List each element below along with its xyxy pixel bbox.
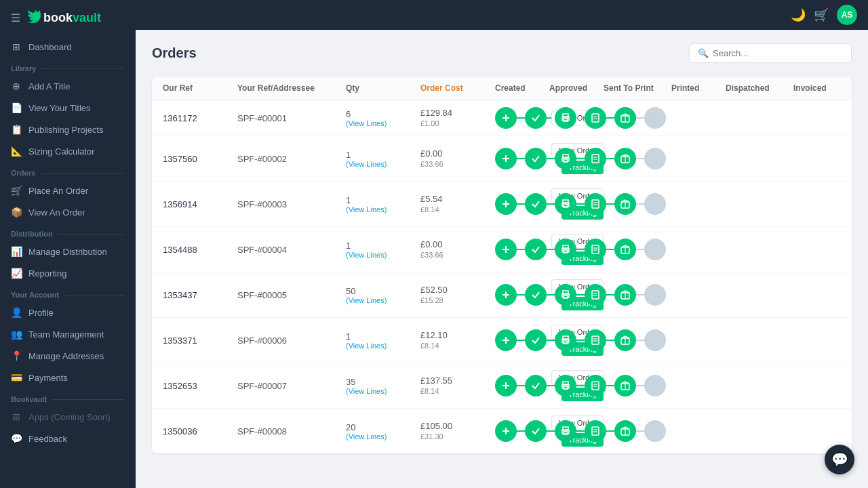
sidebar-label-manage-dist: Manage Distribution xyxy=(28,247,107,257)
svg-rect-53 xyxy=(592,291,599,299)
sidebar-item-manage-dist[interactable]: 📊Manage Distribution xyxy=(0,241,136,262)
order-cost: £129.84£1.00 xyxy=(420,108,495,128)
col-sent-print: Sent To Print xyxy=(604,83,671,93)
stage-4 xyxy=(614,193,636,215)
table-header: Our Ref Your Ref/Addressee Qty Order Cos… xyxy=(152,77,852,100)
sidebar-item-add-title[interactable]: ⊕Add A Title xyxy=(0,75,136,97)
svg-rect-40 xyxy=(564,250,568,253)
stage-3 xyxy=(585,148,606,169)
sidebar-item-sizing[interactable]: 📐Sizing Calculator xyxy=(0,140,136,162)
view-lines-link[interactable]: (View Lines) xyxy=(346,251,420,259)
sidebar-item-team[interactable]: 👥Team Management xyxy=(0,323,136,345)
stage-1 xyxy=(525,329,547,351)
svg-rect-64 xyxy=(564,341,568,344)
table-row: 1353437 SPF-#00005 50(View Lines) £52.50… xyxy=(152,272,852,318)
sidebar-icon-publishing: 📋 xyxy=(11,124,22,135)
order-ref: 1350036 xyxy=(163,426,237,436)
sidebar-icon-sizing: 📐 xyxy=(11,146,22,157)
svg-rect-5 xyxy=(592,114,599,122)
sidebar-item-view-order[interactable]: 📦View An Order xyxy=(0,201,136,223)
order-pipeline xyxy=(495,375,549,396)
pipeline-connector xyxy=(606,430,614,432)
pipeline-connector xyxy=(636,294,644,296)
stage-0 xyxy=(495,107,517,129)
sidebar-item-reporting[interactable]: 📈Reporting xyxy=(0,262,136,284)
stage-2 xyxy=(555,148,576,169)
svg-rect-52 xyxy=(564,296,568,298)
sidebar-item-addresses[interactable]: 📍Manage Addresses xyxy=(0,345,136,367)
pipeline-connector xyxy=(606,294,614,296)
stage-3 xyxy=(585,107,606,129)
stage-4 xyxy=(614,420,636,442)
sidebar-section-distribution: Distribution xyxy=(0,223,136,241)
order-cost: £105.00£31.30 xyxy=(420,421,495,441)
view-lines-link[interactable]: (View Lines) xyxy=(346,119,420,127)
stage-invoiced xyxy=(644,375,666,396)
pipeline-connector xyxy=(517,430,525,432)
order-cost: £5.54£8.14 xyxy=(420,194,495,214)
svg-rect-88 xyxy=(564,432,568,434)
sidebar-icon-team: 👥 xyxy=(11,329,22,340)
stage-4 xyxy=(614,107,636,129)
order-pipeline xyxy=(495,148,549,169)
sidebar-label-apps: Apps (Coming Soon) xyxy=(28,412,111,422)
sidebar-label-dashboard: Dashboard xyxy=(28,42,72,52)
table-row: 1357560 SPF-#00002 1(View Lines) £0.00£3… xyxy=(152,136,852,182)
stage-0 xyxy=(495,148,517,169)
view-lines-link[interactable]: (View Lines) xyxy=(346,160,420,168)
pipeline-connector xyxy=(606,385,614,386)
sidebar-item-profile[interactable]: 👤Profile xyxy=(0,302,136,323)
sidebar-item-place-order[interactable]: 🛒Place An Order xyxy=(0,180,136,201)
sidebar-label-place-order: Place An Order xyxy=(28,186,88,196)
stage-2 xyxy=(555,193,576,215)
chat-bubble[interactable]: 💬 xyxy=(825,445,854,474)
sidebar-item-view-titles[interactable]: 📄View Your Titles xyxy=(0,97,136,119)
pipeline-connector xyxy=(636,385,644,386)
sidebar-item-apps[interactable]: ⊞Apps (Coming Soon) xyxy=(0,406,136,428)
col-dispatched: Dispatched xyxy=(726,83,793,93)
order-cost: £0.00£33.66 xyxy=(420,239,495,260)
view-lines-link[interactable]: (View Lines) xyxy=(346,205,420,214)
sidebar-item-publishing[interactable]: 📋Publishing Projects xyxy=(0,119,136,140)
stage-2 xyxy=(555,375,576,396)
order-cost: £0.00£33.66 xyxy=(420,148,495,169)
hamburger-icon[interactable]: ☰ xyxy=(11,12,20,24)
order-cost: £137.55£8.14 xyxy=(420,375,495,396)
main-content: 🌙 🛒 AS Orders 🔍 Our Ref Your Ref/Address… xyxy=(136,0,868,488)
user-avatar[interactable]: AS xyxy=(837,5,857,25)
view-lines-link[interactable]: (View Lines) xyxy=(346,342,420,350)
order-addressee: SPF-#00003 xyxy=(237,199,346,209)
order-cost: £52.50£15.28 xyxy=(420,285,495,305)
sidebar-item-dashboard[interactable]: ⊞Dashboard xyxy=(0,36,136,58)
view-lines-link[interactable]: (View Lines) xyxy=(346,432,420,441)
page-header: Orders 🔍 xyxy=(152,43,852,63)
svg-rect-29 xyxy=(592,200,599,208)
theme-toggle-icon[interactable]: 🌙 xyxy=(791,7,806,22)
stage-invoiced xyxy=(644,239,666,260)
svg-rect-28 xyxy=(564,205,568,207)
stage-4 xyxy=(614,375,636,396)
stage-1 xyxy=(525,239,547,260)
sidebar: ☰ bookvault ⊞DashboardLibrary⊕Add A Titl… xyxy=(0,0,136,488)
sidebar-icon-addresses: 📍 xyxy=(11,350,22,361)
stage-1 xyxy=(525,375,547,396)
order-qty: 1(View Lines) xyxy=(346,150,420,168)
view-lines-link[interactable]: (View Lines) xyxy=(346,387,420,395)
pipeline-connector xyxy=(517,294,525,296)
order-qty: 6(View Lines) xyxy=(346,109,420,127)
table-row: 1356914 SPF-#00003 1(View Lines) £5.54£8… xyxy=(152,182,852,227)
stage-3 xyxy=(585,239,606,260)
order-qty: 1(View Lines) xyxy=(346,241,420,259)
order-qty: 1(View Lines) xyxy=(346,195,420,214)
sidebar-item-payments[interactable]: 💳Payments xyxy=(0,367,136,388)
order-ref: 1356914 xyxy=(163,199,237,209)
sidebar-item-feedback[interactable]: 💬Feedback xyxy=(0,428,136,449)
search-input[interactable] xyxy=(713,48,843,58)
stage-0 xyxy=(495,420,517,442)
cart-icon[interactable]: 🛒 xyxy=(814,7,829,22)
order-qty: 1(View Lines) xyxy=(346,331,420,350)
sidebar-section-bookvault: Bookvault xyxy=(0,388,136,406)
table-row: 1354488 SPF-#00004 1(View Lines) £0.00£3… xyxy=(152,227,852,272)
order-addressee: SPF-#00005 xyxy=(237,290,346,300)
view-lines-link[interactable]: (View Lines) xyxy=(346,296,420,304)
